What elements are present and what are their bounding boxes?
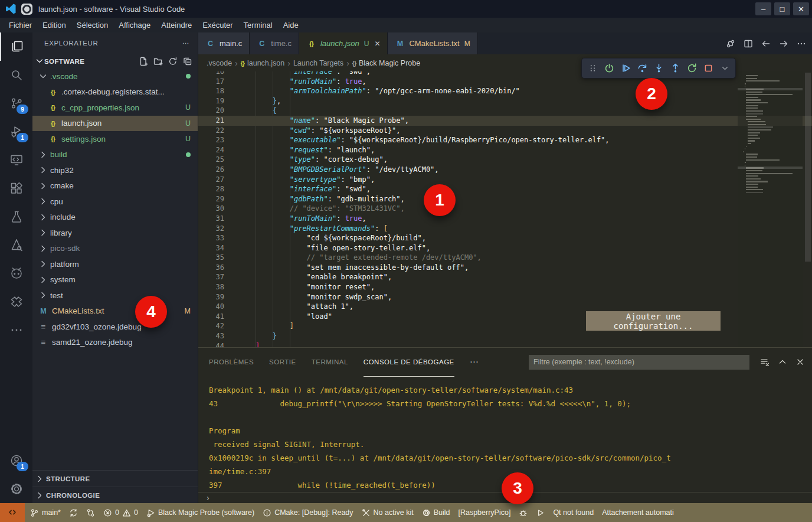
debug-restart-button[interactable]	[683, 60, 700, 76]
tree-item-cmakelists-txt[interactable]: MCMakeLists.txtM	[32, 304, 198, 319]
code-line-40[interactable]: 40 "attach 1",	[198, 302, 812, 312]
tab-cmakelists-txt[interactable]: MCMakeLists.txtM	[388, 32, 477, 54]
activity-extensions[interactable]	[0, 174, 32, 203]
code-line-29[interactable]: 29 "gdbPath": "gdb-multiarch",	[198, 194, 812, 204]
section-chronologie[interactable]: CHRONOLOGIE	[32, 487, 198, 503]
menu-exécuter[interactable]: Exécuter	[197, 18, 238, 32]
menu-affichage[interactable]: Affichage	[113, 18, 156, 32]
menu-sélection[interactable]: Sélection	[71, 18, 113, 32]
activity-account[interactable]: 1	[0, 446, 32, 475]
status-problems[interactable]: 00	[99, 503, 142, 522]
debug-step-into-button[interactable]	[650, 60, 667, 76]
status-git-compare[interactable]	[82, 503, 99, 522]
debug-power-button[interactable]	[601, 60, 617, 76]
status-sync[interactable]	[65, 503, 82, 522]
code-line-19[interactable]: 19 },	[198, 96, 812, 106]
debug-step-out-button[interactable]	[667, 60, 683, 76]
tree-item-build[interactable]: build	[32, 147, 198, 163]
activity-settings-gear[interactable]	[0, 475, 32, 503]
menu-fichier[interactable]: Fichier	[4, 18, 37, 32]
code-line-21[interactable]: 21 "name": "Black Magic Probe",	[198, 116, 812, 126]
tree-item-cmake[interactable]: cmake	[32, 178, 198, 194]
arrow-right-icon[interactable]	[779, 39, 788, 48]
code-line-31[interactable]: 31 "runToMain": true,	[198, 214, 812, 224]
panel-tab-console-de-d-bogage[interactable]: CONSOLE DE DÉBOGAGE	[364, 348, 454, 377]
code-line-30[interactable]: 30 // "device": "STM32L431VC",	[198, 204, 812, 214]
tree-item--vscode[interactable]: .vscode	[32, 68, 198, 84]
panel-more-actions[interactable]: ⋯	[470, 357, 479, 367]
workspace-section-header[interactable]: SOFTWARE	[32, 54, 198, 68]
code-line-24[interactable]: 24 "request": "launch",	[198, 145, 812, 155]
debug-step-over-button[interactable]	[634, 60, 650, 76]
activity-run-debug[interactable]: 1	[0, 118, 32, 146]
section-structure[interactable]: STRUCTURE	[32, 470, 198, 487]
code-editor[interactable]: 16 "interface": "swd",17 "runToMain": tr…	[198, 71, 812, 347]
menu-atteindre[interactable]: Atteindre	[156, 18, 197, 32]
tree-item-launch-json[interactable]: {}launch.jsonU	[32, 116, 198, 132]
code-line-20[interactable]: 20 {	[198, 106, 812, 116]
activity-explorer[interactable]	[0, 32, 32, 61]
sidebar-more-actions[interactable]: ⋯	[182, 39, 189, 47]
code-line-32[interactable]: 32 "preRestartCommands": [	[198, 224, 812, 234]
code-line-43[interactable]: 43 }	[198, 331, 812, 341]
close-icon[interactable]	[795, 357, 805, 367]
activity-search[interactable]	[0, 61, 32, 89]
breadcrumb-item[interactable]: .vscode	[207, 59, 232, 67]
tree-item-library[interactable]: library	[32, 225, 198, 241]
status-cmake-status[interactable]: CMake: [Debug]: Ready	[258, 503, 357, 522]
tree-item-settings-json[interactable]: {}settings.jsonU	[32, 131, 198, 147]
code-line-38[interactable]: 38 "monitor reset",	[198, 282, 812, 292]
status-debug-config[interactable]: Black Magic Probe (software)	[142, 503, 258, 522]
activity-cmake-tools[interactable]	[0, 231, 32, 259]
split-editor-icon[interactable]	[744, 39, 753, 48]
breadcrumb-item[interactable]: Launch Targets	[293, 59, 343, 67]
maximize-button[interactable]: □	[774, 2, 790, 15]
status-git-branch[interactable]: main*	[26, 503, 65, 522]
add-configuration-button[interactable]: Ajouter une configuration...	[586, 311, 721, 331]
code-line-23[interactable]: 23 "executable": "${workspaceRoot}/build…	[198, 135, 812, 145]
tab-launch-json[interactable]: {}launch.jsonU✕	[299, 32, 388, 54]
debug-continue-button[interactable]	[617, 60, 634, 76]
status-auto-attach[interactable]: Attachement automati	[598, 503, 678, 522]
tree-item-test[interactable]: test	[32, 288, 198, 304]
minimize-button[interactable]: –	[755, 2, 771, 15]
debug-stop-button[interactable]	[700, 60, 716, 76]
debug-console-output[interactable]: Breakpoint 1, main () at /mnt/data/git/o…	[198, 376, 812, 492]
activity-test-beaker[interactable]	[0, 203, 32, 231]
more-h-icon[interactable]	[797, 39, 806, 48]
minimap[interactable]	[738, 71, 803, 347]
status-active-kit[interactable]: No active kit	[358, 503, 418, 522]
activity-source-control[interactable]: 9	[0, 89, 32, 118]
tree-item-cpu[interactable]: cpu	[32, 194, 198, 210]
panel-tab-terminal[interactable]: TERMINAL	[312, 348, 348, 377]
panel-tab-sortie[interactable]: SORTIE	[269, 348, 296, 377]
code-line-22[interactable]: 22 "cwd": "${workspaceRoot}",	[198, 126, 812, 136]
tree-item-gd32vf103-ozone-jdebug[interactable]: ≡gd32vf103_ozone.jdebug	[32, 319, 198, 335]
status-qt-status[interactable]: Qt not found	[549, 503, 598, 522]
editor-scrollbar[interactable]	[804, 71, 812, 347]
activity-more[interactable]	[0, 316, 32, 344]
tree-item-include[interactable]: include	[32, 210, 198, 226]
status-debug-target[interactable]	[515, 503, 532, 522]
code-line-33[interactable]: 33 "cd ${workspaceRoot}/build",	[198, 233, 812, 243]
tree-item-c-cpp-properties-json[interactable]: {}c_cpp_properties.jsonU	[32, 100, 198, 116]
code-line-26[interactable]: 26 "BMPGDBSerialPort": "/dev/ttyACM0",	[198, 165, 812, 175]
collapse-all-icon[interactable]	[182, 56, 193, 67]
code-line-27[interactable]: 27 "servertype": "bmp",	[198, 175, 812, 185]
menu-terminal[interactable]: Terminal	[238, 18, 278, 32]
code-line-37[interactable]: 37 "enable breakpoint",	[198, 272, 812, 282]
code-line-18[interactable]: 18 "armToolchainPath": "/opt/gcc-arm-non…	[198, 86, 812, 96]
close-tab-icon[interactable]: ✕	[374, 40, 380, 48]
code-line-34[interactable]: 34 "file open-story-teller.elf",	[198, 243, 812, 253]
arrow-left-icon[interactable]	[761, 39, 771, 48]
code-line-28[interactable]: 28 "interface": "swd",	[198, 184, 812, 194]
code-line-39[interactable]: 39 "monitor swdp_scan",	[198, 292, 812, 302]
activity-remote-explorer[interactable]	[0, 146, 32, 174]
close-button[interactable]: ✕	[793, 2, 809, 15]
code-line-25[interactable]: 25 "type": "cortex-debug",	[198, 155, 812, 165]
menu-edition[interactable]: Edition	[37, 18, 71, 32]
debug-console-filter-input[interactable]	[529, 355, 749, 370]
scrollbar-thumb[interactable]	[805, 73, 811, 262]
new-folder-icon[interactable]	[153, 56, 163, 67]
breadcrumb-item[interactable]: {}Black Magic Probe	[352, 59, 420, 67]
